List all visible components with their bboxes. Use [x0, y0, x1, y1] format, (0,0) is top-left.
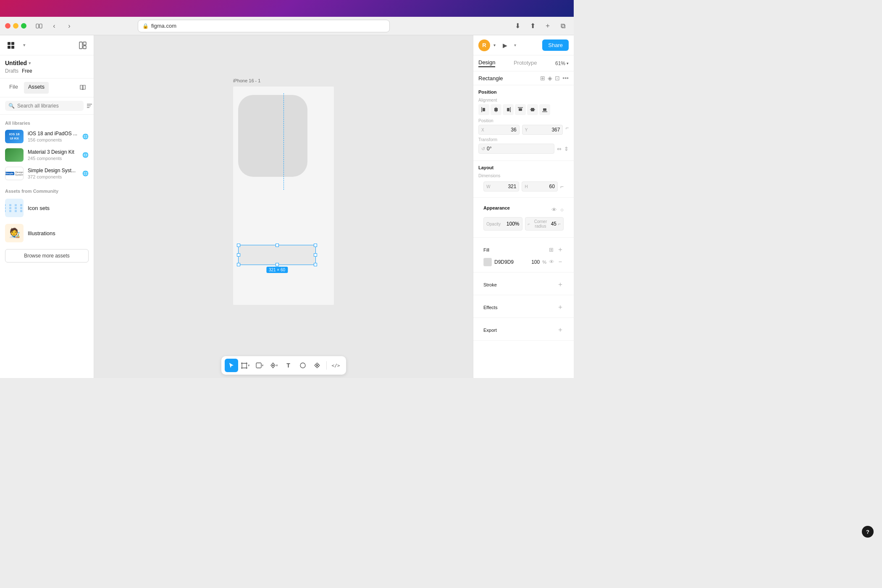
canvas-area[interactable]: iPhone 16 - 1 — [94, 35, 473, 378]
align-left-btn[interactable] — [478, 104, 489, 115]
handle-tl[interactable] — [237, 244, 240, 247]
dimensions-label: Dimensions — [478, 173, 569, 178]
book-icon[interactable] — [77, 82, 89, 94]
fill-color-swatch[interactable] — [483, 258, 492, 266]
user-avatar[interactable]: R — [478, 39, 490, 51]
tab-file[interactable]: File — [5, 82, 22, 94]
align-bottom-btn[interactable] — [539, 104, 550, 115]
component-tool-btn[interactable] — [310, 359, 324, 372]
panel-header: R ▾ ▶ ▾ Share — [473, 35, 574, 55]
constraints-icon[interactable]: ⊡ — [555, 75, 560, 81]
y-field[interactable]: Y 367 — [522, 125, 563, 135]
share-button[interactable]: Share — [542, 39, 569, 51]
sidebar-toggle-icon[interactable] — [33, 20, 45, 32]
downloads-icon[interactable]: ⬇ — [512, 20, 523, 32]
material-globe-icon: 🌐 — [82, 152, 89, 158]
search-icon: 🔍 — [8, 103, 15, 109]
flip-icons: ⇔ ⇕ — [557, 146, 569, 152]
handle-ml[interactable] — [237, 253, 240, 257]
add-tab-icon[interactable]: ＋ — [542, 20, 554, 32]
tab-assets[interactable]: Assets — [24, 82, 49, 94]
tools-dropdown[interactable] — [5, 39, 17, 51]
community-item-iconsets[interactable]: Icon sets — [0, 195, 94, 220]
link-position-icon[interactable]: ⌐ — [565, 125, 569, 135]
appearance-section: Appearance 👁 ○ Opacity 100% ⌐ — [473, 198, 574, 238]
select-tool-btn[interactable] — [225, 359, 238, 372]
library-item-ios[interactable]: iOS 18UI Kit iOS 18 and iPadOS ... 156 c… — [0, 127, 94, 146]
flip-v-icon[interactable]: ⇕ — [564, 146, 569, 152]
close-button[interactable] — [5, 23, 10, 29]
tab-overview-icon[interactable]: ⧉ — [557, 20, 569, 32]
fill-visibility-icon[interactable]: 👁 — [549, 259, 554, 265]
library-item-material[interactable]: Material 3 Design Kit 245 components 🌐 — [0, 146, 94, 164]
handle-bl[interactable] — [237, 263, 240, 266]
search-input[interactable] — [17, 103, 80, 109]
fill-remove-button[interactable]: － — [557, 257, 564, 266]
x-field[interactable]: X 36 — [478, 125, 520, 135]
circle-icon[interactable]: ○ — [560, 207, 564, 213]
h-value: 60 — [529, 184, 555, 189]
handle-mr[interactable] — [314, 253, 317, 257]
align-center-h-btn[interactable] — [491, 104, 501, 115]
fill-opacity-value[interactable]: 100 — [525, 259, 540, 265]
layout-section: Layout Dimensions W 321 H 60 ⌐ — [473, 161, 574, 198]
more-icon[interactable]: ••• — [562, 75, 569, 81]
search-container[interactable]: 🔍 — [5, 101, 84, 111]
handle-tr[interactable] — [314, 244, 317, 247]
community-item-illustrations[interactable]: 🧑‍🎨 Illustrations — [0, 220, 94, 246]
address-bar[interactable]: 🔒 figma.com — [138, 20, 390, 32]
panel-content: Position Alignment — [473, 85, 574, 378]
corner-radius-field[interactable]: ⌐ Corner radius 45 ⌐ — [525, 217, 564, 231]
code-tool-btn[interactable]: </> — [329, 359, 343, 372]
browser-forward-button[interactable]: › — [63, 20, 75, 32]
fill-grid-icon[interactable]: ⊞ — [549, 247, 554, 253]
align-right-btn[interactable] — [503, 104, 514, 115]
effects-add-button[interactable]: ＋ — [557, 303, 564, 312]
text-tool-btn[interactable]: T — [282, 359, 295, 372]
grid-icon[interactable]: ⊞ — [540, 75, 545, 81]
ellipse-tool-btn[interactable] — [296, 359, 310, 372]
autolayout-icon[interactable]: ◈ — [548, 75, 552, 81]
tab-design[interactable]: Design — [478, 59, 495, 67]
flip-h-icon[interactable]: ⇔ — [557, 146, 562, 152]
fill-hex-value[interactable]: D9D9D9 — [494, 259, 522, 265]
avatar-chevron[interactable]: ▾ — [494, 43, 496, 47]
share-browser-icon[interactable]: ⬆ — [527, 20, 538, 32]
align-center-v-btn[interactable] — [527, 104, 538, 115]
tab-prototype[interactable]: Prototype — [514, 60, 537, 67]
present-chevron[interactable]: ▾ — [514, 43, 516, 47]
project-dropdown-icon[interactable]: ▾ — [29, 60, 31, 66]
stroke-add-button[interactable]: ＋ — [557, 280, 564, 289]
os-titlebar — [0, 0, 574, 17]
selected-rect[interactable]: 321 × 60 — [238, 245, 316, 265]
opacity-field[interactable]: Opacity 100% — [483, 217, 522, 231]
export-add-button[interactable]: ＋ — [557, 326, 564, 334]
width-field[interactable]: W 321 — [483, 181, 519, 192]
browse-more-button[interactable]: Browse more assets — [5, 249, 89, 262]
minimize-button[interactable] — [13, 23, 18, 29]
library-item-simple[interactable]: Simple DesignSystem Simple Design Syst..… — [0, 164, 94, 183]
corner-expand-icon[interactable]: ⌐ — [558, 221, 561, 227]
eye-icon[interactable]: 👁 — [551, 207, 557, 213]
present-button[interactable]: ▶ — [499, 39, 511, 51]
rotation-field[interactable]: ↺ 0° — [478, 144, 554, 154]
fill-add-button[interactable]: ＋ — [557, 245, 564, 254]
layout-panel-icon[interactable] — [77, 39, 89, 51]
maximize-button[interactable] — [21, 23, 26, 29]
browser-back-button[interactable]: ‹ — [48, 20, 60, 32]
handle-bm[interactable] — [276, 263, 279, 266]
svg-point-23 — [300, 363, 305, 368]
handle-tm[interactable] — [276, 244, 279, 247]
design-tools: ▾ — [5, 39, 30, 51]
align-top-btn[interactable] — [515, 104, 526, 115]
frame-tool-btn[interactable]: ▾ — [239, 359, 252, 372]
zoom-control[interactable]: 61% ▾ — [555, 60, 569, 66]
handle-br[interactable] — [314, 263, 317, 266]
pen-tool-btn[interactable]: ▾ — [268, 359, 281, 372]
link-dimensions-icon[interactable]: ⌐ — [560, 183, 564, 190]
height-field[interactable]: H 60 — [522, 181, 557, 192]
tools-chevron[interactable]: ▾ — [18, 39, 30, 51]
sort-icon[interactable] — [86, 101, 93, 111]
ios-library-thumb: iOS 18UI Kit — [5, 130, 24, 143]
rect-tool-btn[interactable]: ▾ — [253, 359, 267, 372]
